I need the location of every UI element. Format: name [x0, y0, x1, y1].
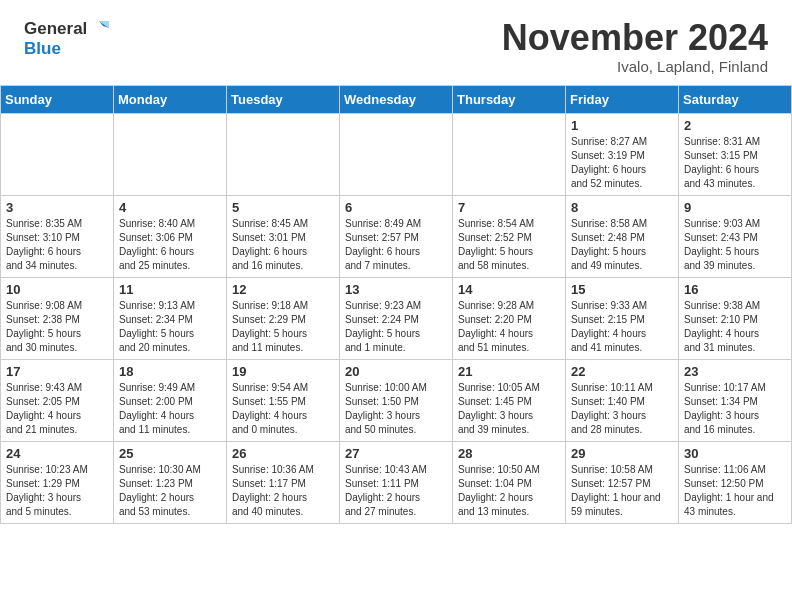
day-number: 6 — [345, 200, 447, 215]
calendar-week-row: 10Sunrise: 9:08 AMSunset: 2:38 PMDayligh… — [1, 277, 792, 359]
day-number: 13 — [345, 282, 447, 297]
logo: General Blue — [24, 18, 111, 59]
logo-general-text: General — [24, 20, 87, 39]
calendar-day-23: 23Sunrise: 10:17 AMSunset: 1:34 PMDaylig… — [679, 359, 792, 441]
day-info: Sunrise: 9:23 AMSunset: 2:24 PMDaylight:… — [345, 299, 447, 355]
weekday-header-wednesday: Wednesday — [340, 85, 453, 113]
day-info: Sunrise: 8:31 AMSunset: 3:15 PMDaylight:… — [684, 135, 786, 191]
calendar-day-21: 21Sunrise: 10:05 AMSunset: 1:45 PMDaylig… — [453, 359, 566, 441]
day-info: Sunrise: 9:38 AMSunset: 2:10 PMDaylight:… — [684, 299, 786, 355]
day-info: Sunrise: 10:05 AMSunset: 1:45 PMDaylight… — [458, 381, 560, 437]
calendar-day-24: 24Sunrise: 10:23 AMSunset: 1:29 PMDaylig… — [1, 441, 114, 523]
day-info: Sunrise: 9:13 AMSunset: 2:34 PMDaylight:… — [119, 299, 221, 355]
day-number: 29 — [571, 446, 673, 461]
day-number: 30 — [684, 446, 786, 461]
calendar-day-11: 11Sunrise: 9:13 AMSunset: 2:34 PMDayligh… — [114, 277, 227, 359]
day-number: 18 — [119, 364, 221, 379]
day-number: 12 — [232, 282, 334, 297]
calendar-empty-cell — [340, 113, 453, 195]
day-number: 19 — [232, 364, 334, 379]
day-info: Sunrise: 11:06 AMSunset: 12:50 PMDayligh… — [684, 463, 786, 519]
calendar-table: SundayMondayTuesdayWednesdayThursdayFrid… — [0, 85, 792, 524]
day-number: 16 — [684, 282, 786, 297]
calendar-empty-cell — [114, 113, 227, 195]
day-info: Sunrise: 10:11 AMSunset: 1:40 PMDaylight… — [571, 381, 673, 437]
day-number: 26 — [232, 446, 334, 461]
weekday-header-row: SundayMondayTuesdayWednesdayThursdayFrid… — [1, 85, 792, 113]
day-info: Sunrise: 9:49 AMSunset: 2:00 PMDaylight:… — [119, 381, 221, 437]
calendar-day-3: 3Sunrise: 8:35 AMSunset: 3:10 PMDaylight… — [1, 195, 114, 277]
calendar-week-row: 17Sunrise: 9:43 AMSunset: 2:05 PMDayligh… — [1, 359, 792, 441]
calendar-day-4: 4Sunrise: 8:40 AMSunset: 3:06 PMDaylight… — [114, 195, 227, 277]
day-info: Sunrise: 9:18 AMSunset: 2:29 PMDaylight:… — [232, 299, 334, 355]
weekday-header-thursday: Thursday — [453, 85, 566, 113]
calendar-day-25: 25Sunrise: 10:30 AMSunset: 1:23 PMDaylig… — [114, 441, 227, 523]
day-info: Sunrise: 10:50 AMSunset: 1:04 PMDaylight… — [458, 463, 560, 519]
calendar-day-29: 29Sunrise: 10:58 AMSunset: 12:57 PMDayli… — [566, 441, 679, 523]
calendar-day-12: 12Sunrise: 9:18 AMSunset: 2:29 PMDayligh… — [227, 277, 340, 359]
weekday-header-saturday: Saturday — [679, 85, 792, 113]
calendar-day-18: 18Sunrise: 9:49 AMSunset: 2:00 PMDayligh… — [114, 359, 227, 441]
calendar-day-7: 7Sunrise: 8:54 AMSunset: 2:52 PMDaylight… — [453, 195, 566, 277]
day-number: 17 — [6, 364, 108, 379]
day-number: 23 — [684, 364, 786, 379]
day-number: 14 — [458, 282, 560, 297]
header-right: November 2024 Ivalo, Lapland, Finland — [502, 18, 768, 75]
day-info: Sunrise: 10:36 AMSunset: 1:17 PMDaylight… — [232, 463, 334, 519]
day-info: Sunrise: 8:35 AMSunset: 3:10 PMDaylight:… — [6, 217, 108, 273]
day-number: 20 — [345, 364, 447, 379]
calendar-day-5: 5Sunrise: 8:45 AMSunset: 3:01 PMDaylight… — [227, 195, 340, 277]
weekday-header-monday: Monday — [114, 85, 227, 113]
calendar-day-6: 6Sunrise: 8:49 AMSunset: 2:57 PMDaylight… — [340, 195, 453, 277]
calendar-day-16: 16Sunrise: 9:38 AMSunset: 2:10 PMDayligh… — [679, 277, 792, 359]
day-info: Sunrise: 8:49 AMSunset: 2:57 PMDaylight:… — [345, 217, 447, 273]
day-info: Sunrise: 8:54 AMSunset: 2:52 PMDaylight:… — [458, 217, 560, 273]
day-number: 9 — [684, 200, 786, 215]
calendar-day-28: 28Sunrise: 10:50 AMSunset: 1:04 PMDaylig… — [453, 441, 566, 523]
calendar-week-row: 24Sunrise: 10:23 AMSunset: 1:29 PMDaylig… — [1, 441, 792, 523]
calendar-day-9: 9Sunrise: 9:03 AMSunset: 2:43 PMDaylight… — [679, 195, 792, 277]
calendar-empty-cell — [227, 113, 340, 195]
day-info: Sunrise: 8:40 AMSunset: 3:06 PMDaylight:… — [119, 217, 221, 273]
calendar-day-13: 13Sunrise: 9:23 AMSunset: 2:24 PMDayligh… — [340, 277, 453, 359]
calendar-empty-cell — [453, 113, 566, 195]
calendar-week-row: 3Sunrise: 8:35 AMSunset: 3:10 PMDaylight… — [1, 195, 792, 277]
page-header: General Blue November 2024 Ivalo, Laplan… — [0, 0, 792, 85]
calendar-day-10: 10Sunrise: 9:08 AMSunset: 2:38 PMDayligh… — [1, 277, 114, 359]
day-info: Sunrise: 10:30 AMSunset: 1:23 PMDaylight… — [119, 463, 221, 519]
day-info: Sunrise: 9:33 AMSunset: 2:15 PMDaylight:… — [571, 299, 673, 355]
day-info: Sunrise: 10:00 AMSunset: 1:50 PMDaylight… — [345, 381, 447, 437]
calendar-week-row: 1Sunrise: 8:27 AMSunset: 3:19 PMDaylight… — [1, 113, 792, 195]
day-number: 1 — [571, 118, 673, 133]
calendar-day-22: 22Sunrise: 10:11 AMSunset: 1:40 PMDaylig… — [566, 359, 679, 441]
day-number: 10 — [6, 282, 108, 297]
day-number: 5 — [232, 200, 334, 215]
calendar-day-27: 27Sunrise: 10:43 AMSunset: 1:11 PMDaylig… — [340, 441, 453, 523]
day-info: Sunrise: 8:58 AMSunset: 2:48 PMDaylight:… — [571, 217, 673, 273]
day-number: 24 — [6, 446, 108, 461]
day-number: 22 — [571, 364, 673, 379]
day-info: Sunrise: 9:54 AMSunset: 1:55 PMDaylight:… — [232, 381, 334, 437]
calendar-day-26: 26Sunrise: 10:36 AMSunset: 1:17 PMDaylig… — [227, 441, 340, 523]
weekday-header-friday: Friday — [566, 85, 679, 113]
day-number: 3 — [6, 200, 108, 215]
day-number: 2 — [684, 118, 786, 133]
calendar-day-19: 19Sunrise: 9:54 AMSunset: 1:55 PMDayligh… — [227, 359, 340, 441]
day-info: Sunrise: 10:23 AMSunset: 1:29 PMDaylight… — [6, 463, 108, 519]
logo-blue-text: Blue — [24, 40, 111, 59]
day-info: Sunrise: 9:28 AMSunset: 2:20 PMDaylight:… — [458, 299, 560, 355]
day-number: 25 — [119, 446, 221, 461]
calendar-day-17: 17Sunrise: 9:43 AMSunset: 2:05 PMDayligh… — [1, 359, 114, 441]
day-info: Sunrise: 8:27 AMSunset: 3:19 PMDaylight:… — [571, 135, 673, 191]
day-number: 7 — [458, 200, 560, 215]
day-number: 8 — [571, 200, 673, 215]
day-info: Sunrise: 8:45 AMSunset: 3:01 PMDaylight:… — [232, 217, 334, 273]
calendar-day-14: 14Sunrise: 9:28 AMSunset: 2:20 PMDayligh… — [453, 277, 566, 359]
calendar-day-20: 20Sunrise: 10:00 AMSunset: 1:50 PMDaylig… — [340, 359, 453, 441]
day-number: 11 — [119, 282, 221, 297]
day-number: 28 — [458, 446, 560, 461]
day-info: Sunrise: 9:03 AMSunset: 2:43 PMDaylight:… — [684, 217, 786, 273]
logo-bird-icon — [89, 18, 111, 40]
calendar-day-2: 2Sunrise: 8:31 AMSunset: 3:15 PMDaylight… — [679, 113, 792, 195]
month-title: November 2024 — [502, 18, 768, 58]
